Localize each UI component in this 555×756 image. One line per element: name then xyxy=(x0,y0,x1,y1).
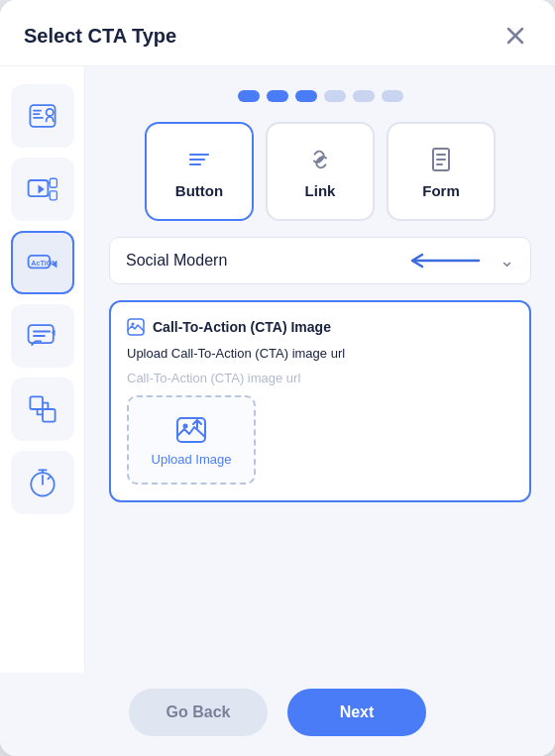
progress-dot-2 xyxy=(267,90,288,102)
cta-type-selector: Button Link Form xyxy=(109,122,531,221)
go-back-button[interactable]: Go Back xyxy=(129,689,268,736)
transform-icon xyxy=(25,391,60,427)
svg-point-15 xyxy=(183,423,188,428)
modal-header: Select CTA Type xyxy=(0,0,555,66)
sidebar-item-brand[interactable] xyxy=(11,84,74,148)
upload-image-label: Upload Image xyxy=(152,452,232,467)
svg-rect-9 xyxy=(43,409,56,422)
svg-rect-8 xyxy=(30,396,43,409)
dropdown-chevron-icon: ⌄ xyxy=(500,250,514,271)
sidebar-item-message[interactable] xyxy=(11,304,74,368)
next-button[interactable]: Next xyxy=(287,689,426,736)
progress-dot-5 xyxy=(353,90,375,102)
cta-upload-header: Call-To-Action (CTA) Image xyxy=(127,318,513,336)
dropdown-value: Social Modern xyxy=(126,252,227,270)
cta-upload-section: Call-To-Action (CTA) Image Upload Call-T… xyxy=(109,300,531,502)
sidebar: AcTiON xyxy=(0,66,85,673)
progress-dot-6 xyxy=(382,90,403,102)
cta-type-link[interactable]: Link xyxy=(266,122,375,221)
cta-form-label: Form xyxy=(422,182,460,199)
upload-image-icon xyxy=(175,414,207,446)
sidebar-item-timer[interactable] xyxy=(11,451,74,514)
main-content: Button Link Form xyxy=(85,66,555,673)
cta-type-button[interactable]: Button xyxy=(145,122,254,221)
close-icon xyxy=(506,27,524,45)
progress-dot-1 xyxy=(238,90,260,102)
sidebar-item-transform[interactable] xyxy=(11,378,74,441)
modal-footer: Go Back Next xyxy=(0,673,555,756)
svg-rect-4 xyxy=(50,191,56,200)
action-icon: AcTiON xyxy=(25,245,60,280)
upload-image-button[interactable]: Upload Image xyxy=(127,395,256,485)
media-icon xyxy=(25,171,60,207)
select-cta-modal: Select CTA Type xyxy=(0,0,555,756)
sidebar-item-media[interactable] xyxy=(11,158,74,221)
progress-dot-3 xyxy=(295,90,317,102)
svg-rect-3 xyxy=(50,178,56,187)
style-dropdown-container: Social Modern ⌄ xyxy=(109,237,531,284)
cta-link-label: Link xyxy=(305,182,336,199)
progress-dots xyxy=(109,90,531,102)
style-dropdown[interactable]: Social Modern ⌄ xyxy=(109,237,531,284)
cta-url-label: Upload Call-To-Action (CTA) image url xyxy=(127,346,513,361)
message-icon xyxy=(25,318,60,354)
svg-text:AcTiON: AcTiON xyxy=(31,259,56,268)
cta-button-label: Button xyxy=(175,182,223,199)
button-icon xyxy=(184,145,214,174)
svg-point-13 xyxy=(132,323,135,326)
cta-type-form[interactable]: Form xyxy=(387,122,496,221)
progress-dot-4 xyxy=(324,90,346,102)
link-icon xyxy=(305,145,335,174)
cta-url-placeholder: Call-To-Action (CTA) image url xyxy=(127,371,513,385)
modal-body: AcTiON xyxy=(0,66,555,673)
svg-point-1 xyxy=(46,109,53,116)
sidebar-item-action[interactable]: AcTiON xyxy=(11,231,74,294)
modal-title: Select CTA Type xyxy=(24,25,176,48)
brand-icon xyxy=(25,98,60,134)
close-button[interactable] xyxy=(500,20,531,52)
dropdown-annotation-arrow xyxy=(404,252,484,270)
cta-upload-title: Call-To-Action (CTA) Image xyxy=(153,319,331,335)
image-icon xyxy=(127,318,145,336)
timer-icon xyxy=(25,465,60,500)
form-icon xyxy=(426,145,456,174)
